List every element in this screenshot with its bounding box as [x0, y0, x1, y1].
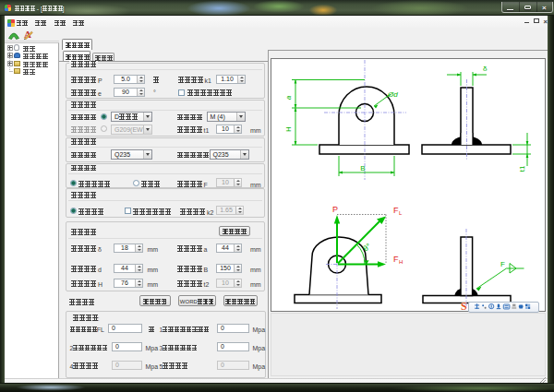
svg-text:a: a	[284, 95, 293, 100]
svg-text:P: P	[332, 205, 338, 214]
svg-text:t1: t1	[518, 165, 526, 172]
svg-text:H: H	[284, 126, 293, 132]
svg-text:L: L	[399, 210, 403, 216]
svg-text:B: B	[360, 164, 365, 172]
svg-text:δ: δ	[483, 65, 488, 73]
svg-text:Ød: Ød	[387, 90, 398, 99]
svg-text:H: H	[399, 259, 403, 265]
svg-text:F: F	[500, 260, 505, 268]
